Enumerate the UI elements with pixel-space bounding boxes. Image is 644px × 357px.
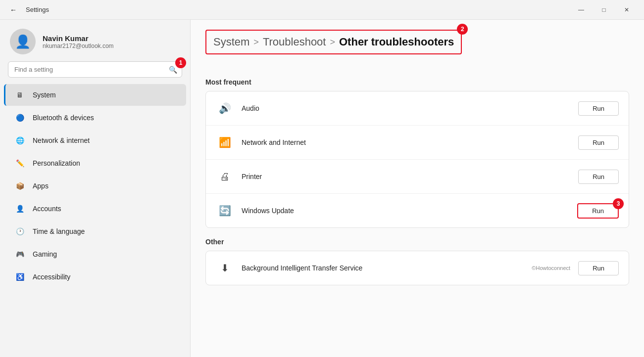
sidebar-item-label: Gaming [33, 250, 57, 258]
list-item: 📶 Network and Internet Run [206, 126, 629, 160]
list-item: 🔊 Audio Run [206, 91, 629, 126]
bits-icon: ⬇ [216, 259, 234, 277]
sidebar-item-label: Time & language [33, 227, 85, 235]
user-name: Navin Kumar [43, 34, 114, 43]
badge-2: 2 [457, 24, 468, 35]
minimize-button[interactable]: — [570, 2, 593, 18]
ts-name-printer: Printer [242, 173, 578, 180]
frequent-group: 🔊 Audio Run 📶 Network and Internet Run 🖨… [205, 91, 629, 228]
list-item: ⬇ Background Intelligent Transfer Servic… [206, 251, 629, 285]
titlebar: ← Settings — □ ✕ [0, 0, 644, 20]
bluetooth-icon: 🔵 [14, 112, 26, 124]
search-input[interactable] [8, 61, 182, 78]
ts-name-windows-update: Windows Update [242, 207, 577, 215]
breadcrumb-sep1: > [253, 37, 259, 47]
search-box: 🔍 1 [8, 61, 182, 78]
run-audio-button[interactable]: Run [578, 101, 619, 116]
breadcrumb-part1: System [213, 36, 249, 48]
avatar: 👤 [10, 29, 36, 54]
sidebar-item-network[interactable]: 🌐 Network & internet [4, 130, 186, 151]
sidebar-item-label: Bluetooth & devices [33, 114, 94, 122]
list-item: 🖨 Printer Run [206, 160, 629, 194]
audio-icon: 🔊 [216, 99, 234, 117]
sidebar-item-apps[interactable]: 📦 Apps [4, 175, 186, 197]
sidebar-item-label: Accessibility [33, 273, 70, 281]
sidebar-item-system[interactable]: 🖥 System [4, 84, 186, 106]
badge-1: 1 [175, 57, 186, 68]
gaming-icon: 🎮 [14, 248, 26, 260]
sidebar-item-timelang[interactable]: 🕐 Time & language [4, 221, 186, 242]
run-windows-update-button[interactable]: Run [577, 203, 619, 219]
ts-name-bits: Background Intelligent Transfer Service [242, 264, 532, 272]
main-content: System > Troubleshoot > Other troublesho… [191, 20, 644, 357]
breadcrumb-part2: Troubleshoot [263, 36, 326, 48]
breadcrumb-wrapper: System > Troubleshoot > Other troublesho… [205, 30, 462, 66]
search-icon: 🔍 [169, 66, 177, 74]
user-profile: 👤 Navin Kumar nkumar2172@outlook.com [0, 20, 190, 61]
section-title-other: Other [205, 238, 629, 246]
list-item: 🔄 Windows Update Run 3 [206, 194, 629, 227]
printer-icon: 🖨 [216, 168, 234, 185]
badge-3: 3 [613, 198, 624, 209]
run-network-button[interactable]: Run [578, 135, 619, 150]
user-email: nkumar2172@outlook.com [43, 43, 114, 49]
breadcrumb: System > Troubleshoot > Other troublesho… [205, 30, 462, 54]
system-icon: 🖥 [14, 89, 26, 101]
window-controls: — □ ✕ [570, 2, 638, 18]
ts-credit-bits: ©Howtoconnect [532, 265, 570, 271]
accounts-icon: 👤 [14, 203, 26, 215]
sidebar-item-bluetooth[interactable]: 🔵 Bluetooth & devices [4, 107, 186, 129]
sidebar: 👤 Navin Kumar nkumar2172@outlook.com 🔍 1… [0, 20, 191, 357]
sidebar-item-label: Accounts [33, 205, 61, 213]
sidebar-item-label: Apps [33, 182, 49, 190]
user-info: Navin Kumar nkumar2172@outlook.com [43, 34, 114, 49]
network-ts-icon: 📶 [216, 134, 234, 151]
back-button[interactable]: ← [6, 2, 21, 17]
accessibility-icon: ♿ [14, 271, 26, 283]
ts-name-audio: Audio [242, 104, 578, 112]
maximize-button[interactable]: □ [593, 2, 615, 18]
sidebar-item-label: System [33, 91, 56, 99]
other-group: ⬇ Background Intelligent Transfer Servic… [205, 251, 629, 285]
breadcrumb-part3: Other troubleshooters [339, 36, 454, 48]
breadcrumb-sep2: > [330, 37, 335, 47]
sidebar-item-label: Network & internet [33, 136, 90, 144]
close-button[interactable]: ✕ [615, 2, 638, 18]
run-printer-button[interactable]: Run [578, 170, 619, 184]
sidebar-item-gaming[interactable]: 🎮 Gaming [4, 243, 186, 265]
section-title-frequent: Most frequent [205, 78, 629, 86]
apps-icon: 📦 [14, 180, 26, 192]
app-title: Settings [26, 6, 49, 13]
time-icon: 🕐 [14, 225, 26, 237]
network-icon: 🌐 [14, 134, 26, 146]
sidebar-item-accessibility[interactable]: ♿ Accessibility [4, 266, 186, 288]
run-bits-button[interactable]: Run [578, 261, 619, 275]
sidebar-item-accounts[interactable]: 👤 Accounts [4, 198, 186, 220]
sidebar-item-label: Personalization [33, 159, 80, 167]
windows-update-icon: 🔄 [216, 202, 234, 220]
sidebar-item-personalization[interactable]: ✏️ Personalization [4, 152, 186, 174]
personalization-icon: ✏️ [14, 157, 26, 169]
ts-name-network: Network and Internet [242, 138, 578, 146]
